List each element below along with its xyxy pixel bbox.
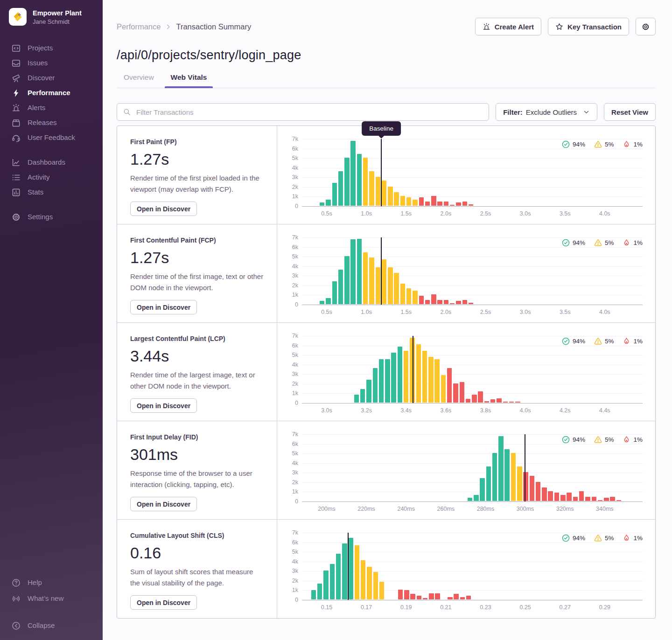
histogram-bar-meh <box>422 351 427 403</box>
legend-good: 94% <box>562 337 585 345</box>
histogram-plot[interactable]: 01k2k3k4k5k6k7k200ms220ms240ms260ms280ms… <box>302 434 643 501</box>
x-axis-label: 3.0s <box>520 309 531 315</box>
create-alert-button[interactable]: Create Alert <box>475 18 541 35</box>
sidebar-item-label: Help <box>28 578 42 587</box>
sidebar-item-issues[interactable]: Issues <box>0 56 103 70</box>
histogram-bar-poor <box>567 493 572 501</box>
x-axis-label: 2.5s <box>480 309 491 315</box>
histogram-bar-good <box>336 554 341 599</box>
histogram-bar-poor <box>435 593 440 599</box>
vital-chart: 94% 5% 1% 01k2k3k4k5k6k7k0.150.170.190.2… <box>277 520 655 618</box>
histogram-bar-poor <box>598 500 603 501</box>
open-in-discover-button[interactable]: Open in Discover <box>130 497 197 511</box>
gridline <box>302 463 643 464</box>
sidebar-item-stats[interactable]: Stats <box>0 185 103 200</box>
histogram-bar-meh <box>413 200 418 206</box>
legend-poor-pct: 1% <box>633 239 643 246</box>
y-axis-label: 2k <box>280 184 298 190</box>
sidebar-item-alerts[interactable]: Alerts <box>0 100 103 115</box>
sidebar-item-label: Stats <box>28 188 43 196</box>
open-in-discover-button[interactable]: Open in Discover <box>130 595 197 610</box>
legend-good: 94% <box>562 436 585 444</box>
sidebar-item-whats-new[interactable]: What’s new <box>0 591 103 606</box>
histogram-bar-good <box>348 538 353 599</box>
histogram-bar-poor <box>460 382 465 403</box>
vital-description: Render time of the largest image, text o… <box>130 369 264 392</box>
sidebar-item-user-feedback[interactable]: User Feedback <box>0 130 103 145</box>
sidebar-item-collapse[interactable]: Collapse <box>0 618 103 633</box>
y-axis-label: 3k <box>280 568 298 574</box>
sidebar-item-discover[interactable]: Discover <box>0 70 103 85</box>
baseline-marker <box>381 139 382 206</box>
sidebar-item-activity[interactable]: Activity <box>0 170 103 185</box>
y-axis-label: 5k <box>280 253 298 260</box>
histogram-bar-poor <box>419 197 424 206</box>
histogram-bar-meh <box>511 453 516 501</box>
breadcrumb-performance[interactable]: Performance <box>117 22 161 31</box>
x-axis-label: 1.0s <box>361 309 372 315</box>
y-axis-label: 3k <box>280 272 298 279</box>
gridline <box>302 336 643 336</box>
histogram-bar-poor <box>404 590 409 599</box>
y-axis-label: 1k <box>280 587 298 593</box>
sidebar-item-settings[interactable]: Settings <box>0 209 103 224</box>
histogram-bar-meh <box>441 375 446 403</box>
histogram-bar-poor <box>417 596 422 599</box>
star-icon <box>555 23 563 31</box>
histogram-plot[interactable]: 01k2k3k4k5k6k7k0.150.170.190.210.230.250… <box>302 533 643 600</box>
x-axis-label: 1.5s <box>400 309 412 315</box>
gridline <box>302 139 643 139</box>
sidebar-item-releases[interactable]: Releases <box>0 115 103 130</box>
x-axis-label: 0.5s <box>321 309 332 315</box>
open-in-discover-button[interactable]: Open in Discover <box>130 202 197 216</box>
histogram-bar-poor <box>460 597 465 599</box>
y-axis-label: 4k <box>280 460 298 466</box>
filter-dropdown[interactable]: Filter: Exclude Outliers <box>496 103 597 121</box>
y-axis-label: 5k <box>280 155 298 161</box>
sidebar-item-label: Projects <box>28 44 53 52</box>
search-icon <box>123 108 131 116</box>
key-transaction-label: Key Transaction <box>567 23 622 31</box>
y-axis-label: 3k <box>280 469 298 476</box>
search-input[interactable] <box>135 108 483 117</box>
x-axis-label: 300ms <box>517 506 534 512</box>
vital-value: 1.27s <box>130 249 264 267</box>
warning-triangle-icon <box>594 534 602 542</box>
x-axis-label: 220ms <box>357 506 375 512</box>
x-axis-line <box>302 206 643 207</box>
flame-icon <box>623 534 630 542</box>
histogram-bar-good <box>385 359 390 403</box>
histogram-bar-meh <box>355 545 360 599</box>
histogram-bar-meh <box>394 273 399 304</box>
histogram-plot[interactable]: 01k2k3k4k5k6k7k0.5s1.0s1.5s2.0s2.5s3.0s3… <box>302 139 643 206</box>
legend-poor: 1% <box>623 140 643 148</box>
settings-button[interactable] <box>636 18 656 35</box>
y-axis-label: 3k <box>280 174 298 181</box>
tab-web-vitals[interactable]: Web Vitals <box>165 73 213 88</box>
reset-view-button[interactable]: Reset View <box>604 103 656 121</box>
key-transaction-button[interactable]: Key Transaction <box>548 18 629 35</box>
histogram-bar-poor <box>437 202 442 206</box>
x-axis-label: 0.17 <box>361 604 372 611</box>
x-axis-line <box>302 403 643 403</box>
sidebar-item-projects[interactable]: Projects <box>0 41 103 56</box>
tab-overview[interactable]: Overview <box>118 73 160 88</box>
sidebar-item-help[interactable]: Help <box>0 575 103 591</box>
histogram-plot[interactable]: 01k2k3k4k5k6k7k0.5s1.0s1.5s2.0s2.5s3.0s3… <box>302 237 643 305</box>
gridline <box>302 482 643 483</box>
sidebar-item-performance[interactable]: Performance <box>0 85 103 100</box>
histogram-bar-meh <box>406 197 412 206</box>
vital-legend: 94% 5% 1% <box>562 337 643 345</box>
org-switcher[interactable]: Empower Plant Jane Schmidt <box>0 0 103 26</box>
open-in-discover-button[interactable]: Open in Discover <box>130 398 197 413</box>
y-axis-label: 0 <box>280 498 298 505</box>
histogram-bar-good <box>344 256 350 304</box>
sidebar-item-dashboards[interactable]: Dashboards <box>0 155 103 170</box>
flame-icon <box>623 436 630 444</box>
histogram-bar-good <box>320 202 325 206</box>
histogram-bar-good <box>474 495 479 501</box>
open-in-discover-button[interactable]: Open in Discover <box>130 300 197 314</box>
histogram-plot[interactable]: 01k2k3k4k5k6k7k3.0s3.2s3.4s3.6s3.8s4.0s4… <box>302 336 643 403</box>
sidebar-item-label: What’s new <box>28 594 63 603</box>
y-axis-label: 0 <box>280 203 298 209</box>
